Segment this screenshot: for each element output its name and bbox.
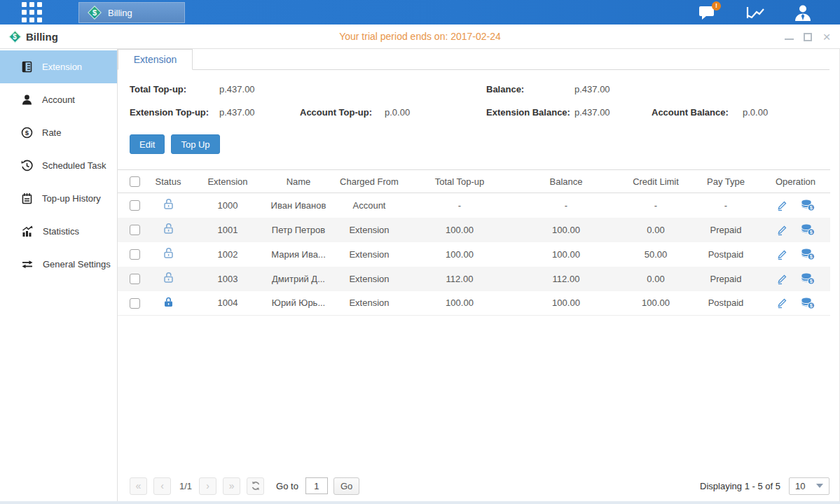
sidebar-item-label: Statistics <box>43 226 79 237</box>
cell-charged-from: Account <box>331 193 408 218</box>
cell-extension: 1004 <box>189 291 266 316</box>
extension-balance-label: Extension Balance: <box>486 107 574 118</box>
window-title: Billing <box>26 31 58 43</box>
cell-total-topup: 112.00 <box>408 267 511 291</box>
general-settings-sliders-icon <box>21 258 34 270</box>
sidebar-item-general-settings[interactable]: General Settings <box>0 248 117 281</box>
titlebar: $ Billing Your trial period ends on: 201… <box>0 24 840 49</box>
svg-text:$: $ <box>25 129 29 136</box>
cell-credit-limit: 0.00 <box>621 218 691 242</box>
billing-diamond-icon: $ <box>88 6 102 20</box>
sidebar-item-statistics[interactable]: Statistics <box>0 215 117 248</box>
tabstrip: Extension <box>118 49 829 70</box>
select-all-checkbox[interactable] <box>130 176 140 187</box>
taskbar-tab-billing[interactable]: $ Billing <box>78 2 185 23</box>
table-row: 1000 Иван Иванов Account - - - - $ <box>118 193 830 218</box>
edit-icon[interactable] <box>776 273 788 285</box>
cell-charged-from: Extension <box>331 291 408 316</box>
refresh-button[interactable] <box>247 477 264 495</box>
cell-total-topup: - <box>408 193 511 218</box>
sidebar-item-label: Scheduled Task <box>42 160 106 171</box>
billing-title-icon: $ <box>8 30 21 43</box>
sidebar-item-rate[interactable]: $ Rate <box>0 116 117 149</box>
edit-icon[interactable] <box>776 200 788 211</box>
table-row: 1003 Дмитрий Д... Extension 112.00 112.0… <box>118 267 830 291</box>
edit-button[interactable]: Edit <box>130 134 165 154</box>
cell-extension: 1001 <box>189 218 266 242</box>
account-topup-label: Account Top-up: <box>300 107 385 118</box>
extensions-table: Status Extension Name Charged From Total… <box>118 169 830 316</box>
user-account-icon[interactable] <box>792 4 813 22</box>
top-up-coins-icon[interactable]: $ <box>801 272 815 285</box>
edit-icon[interactable] <box>776 297 788 309</box>
trial-notice: Your trial period ends on: 2017-02-24 <box>0 31 840 42</box>
row-checkbox[interactable] <box>130 200 140 211</box>
sidebar-item-scheduled-task[interactable]: Scheduled Task <box>0 149 117 182</box>
minimize-icon[interactable] <box>785 34 794 40</box>
extension-topup-label: Extension Top-up: <box>130 107 219 118</box>
maximize-icon[interactable] <box>804 33 812 41</box>
account-person-icon <box>21 94 33 106</box>
close-icon[interactable]: × <box>822 32 832 42</box>
balance-label: Balance: <box>486 84 574 94</box>
extension-balance-value: p.437.00 <box>574 107 652 118</box>
first-page-button[interactable]: « <box>130 477 147 495</box>
table-header-row: Status Extension Name Charged From Total… <box>118 170 830 193</box>
statistics-chart-icon[interactable] <box>745 4 766 22</box>
cell-balance: 100.00 <box>511 242 621 267</box>
cell-name: Мария Ива... <box>266 242 331 267</box>
row-checkbox[interactable] <box>130 298 140 309</box>
edit-icon[interactable] <box>776 224 788 236</box>
top-up-coins-icon[interactable]: $ <box>801 297 815 309</box>
page-size-select[interactable]: 10 <box>789 477 829 495</box>
col-charged-from: Charged From <box>331 170 408 193</box>
goto-page-input[interactable] <box>305 477 328 494</box>
account-balance-value: p.0.00 <box>743 107 829 118</box>
cell-charged-from: Extension <box>331 242 408 267</box>
notification-badge: ! <box>712 1 721 10</box>
sidebar-item-label: Account <box>42 94 75 105</box>
app-grid-icon[interactable] <box>22 2 42 22</box>
cell-total-topup: 100.00 <box>408 218 511 242</box>
last-page-button[interactable]: » <box>223 477 240 495</box>
col-status: Status <box>147 170 189 193</box>
taskbar: $ Billing ! <box>0 0 840 24</box>
col-balance: Balance <box>511 170 621 193</box>
cell-balance: - <box>511 193 621 218</box>
page-indicator: 1/1 <box>179 481 192 491</box>
account-topup-value: p.0.00 <box>385 107 486 118</box>
total-topup-label: Total Top-up: <box>130 84 219 94</box>
top-up-coins-icon[interactable]: $ <box>801 199 815 211</box>
sidebar-item-extension[interactable]: Extension <box>0 50 117 83</box>
goto-label: Go to <box>276 481 298 491</box>
statistics-bars-icon <box>21 225 34 237</box>
tab-extension[interactable]: Extension <box>118 49 193 70</box>
sidebar-item-topup-history[interactable]: Top-up History <box>0 182 117 215</box>
billing-window: $ Billing ! <box>0 0 840 504</box>
prev-page-button[interactable]: ‹ <box>153 477 171 495</box>
page-size-value: 10 <box>795 481 805 491</box>
top-up-coins-icon[interactable]: $ <box>801 223 815 236</box>
cell-charged-from: Extension <box>331 218 408 242</box>
row-checkbox[interactable] <box>130 274 140 284</box>
cell-name: Дмитрий Д... <box>266 267 331 291</box>
top-up-coins-icon[interactable]: $ <box>801 248 815 260</box>
cell-pay-type: Postpaid <box>691 291 761 316</box>
sidebar-item-account[interactable]: Account <box>0 83 117 116</box>
cell-name: Петр Петров <box>266 218 331 242</box>
action-buttons: Edit Top Up <box>130 134 829 154</box>
cell-pay-type: - <box>691 193 761 218</box>
row-checkbox[interactable] <box>130 249 140 260</box>
pagination-bar: « ‹ 1/1 › » Go to Go Displaying <box>118 470 829 501</box>
top-up-button[interactable]: Top Up <box>171 134 219 154</box>
total-topup-value: p.437.00 <box>219 84 300 94</box>
messages-icon[interactable]: ! <box>697 4 718 22</box>
go-button[interactable]: Go <box>333 477 359 495</box>
extension-ledger-icon <box>21 61 33 73</box>
edit-icon[interactable] <box>776 248 788 260</box>
next-page-button[interactable]: › <box>199 477 216 495</box>
row-checkbox[interactable] <box>130 225 140 235</box>
col-name: Name <box>266 170 331 193</box>
topup-history-notepad-icon <box>21 192 33 204</box>
lock-icon <box>163 296 174 308</box>
